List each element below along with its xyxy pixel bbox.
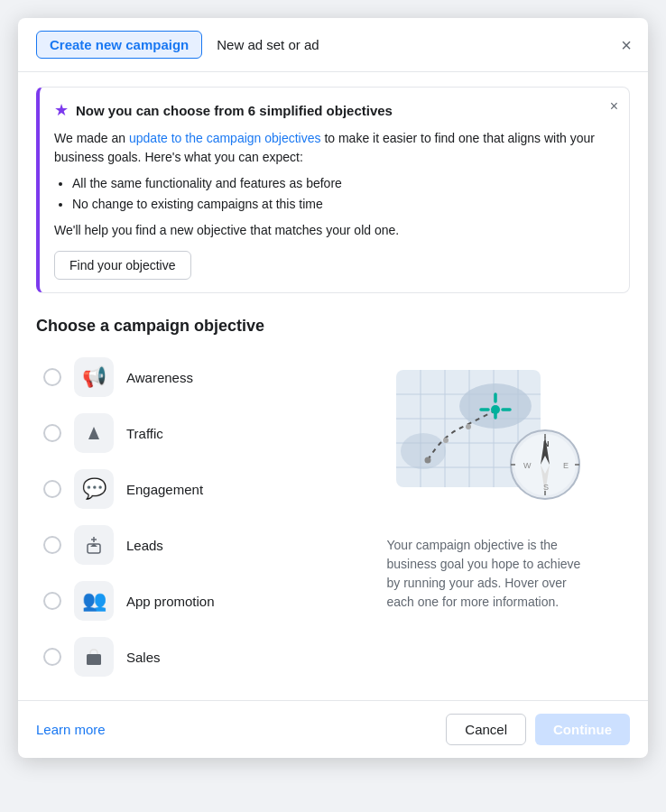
- banner-bullet-2: No change to existing campaigns at this …: [72, 195, 615, 214]
- app-promotion-icon: 👥: [74, 581, 114, 621]
- tab-create-campaign[interactable]: Create new campaign: [36, 31, 202, 59]
- objective-item-traffic[interactable]: Traffic: [36, 408, 333, 458]
- leads-icon: [74, 525, 114, 565]
- engagement-icon: 💬: [74, 469, 114, 509]
- tab-new-ad-set[interactable]: New ad set or ad: [217, 37, 319, 52]
- banner-footer-text: We'll help you find a new objective that…: [54, 221, 615, 240]
- radio-engagement[interactable]: [43, 480, 61, 498]
- svg-point-15: [491, 405, 500, 414]
- leads-label: Leads: [126, 538, 163, 553]
- objective-item-engagement[interactable]: 💬 Engagement: [36, 464, 333, 514]
- svg-text:S: S: [543, 483, 549, 492]
- banner-bullet-1: All the same functionality and features …: [72, 174, 615, 193]
- continue-button[interactable]: Continue: [535, 714, 630, 745]
- illustration-panel: N S W E Your campaign objective is the b…: [333, 352, 630, 682]
- awareness-icon: 📢: [74, 357, 114, 397]
- banner-link[interactable]: update to the campaign objectives: [129, 131, 320, 145]
- objective-item-sales[interactable]: Sales: [36, 632, 333, 682]
- radio-app-promotion[interactable]: [43, 592, 61, 610]
- find-objective-button[interactable]: Find your objective: [54, 251, 191, 280]
- banner-body: We made an update to the campaign object…: [54, 129, 615, 240]
- svg-text:N: N: [543, 439, 550, 448]
- radio-traffic[interactable]: [43, 424, 61, 442]
- objective-item-app-promotion[interactable]: 👥 App promotion: [36, 576, 333, 626]
- awareness-label: Awareness: [126, 370, 193, 385]
- modal-header: Create new campaign New ad set or ad ×: [18, 18, 648, 72]
- radio-awareness[interactable]: [43, 368, 61, 386]
- banner-header: ★ Now you can choose from 6 simplified o…: [54, 100, 615, 120]
- engagement-label: Engagement: [126, 482, 203, 497]
- svg-point-16: [424, 457, 430, 464]
- main-content: Choose a campaign objective 📢 Awareness: [18, 308, 648, 700]
- sales-label: Sales: [126, 650, 161, 665]
- banner-title: Now you can choose from 6 simplified obj…: [76, 103, 393, 118]
- svg-rect-2: [87, 654, 101, 665]
- modal-footer: Learn more Cancel Continue: [18, 700, 648, 758]
- campaign-illustration: N S W E: [378, 361, 595, 523]
- sales-icon: [74, 637, 114, 677]
- objectives-grid: 📢 Awareness Traffic 💬: [36, 352, 630, 682]
- section-title: Choose a campaign objective: [36, 317, 630, 336]
- svg-marker-0: [88, 427, 99, 439]
- traffic-icon: [74, 413, 114, 453]
- objectives-list: 📢 Awareness Traffic 💬: [36, 352, 333, 682]
- banner-bullets: All the same functionality and features …: [54, 174, 615, 214]
- svg-point-17: [443, 438, 449, 443]
- objective-item-awareness[interactable]: 📢 Awareness: [36, 352, 333, 402]
- svg-text:W: W: [523, 461, 532, 470]
- footer-buttons: Cancel Continue: [446, 714, 630, 745]
- traffic-label: Traffic: [126, 426, 163, 441]
- illustration-description: Your campaign objective is the business …: [387, 536, 586, 612]
- star-icon: ★: [54, 100, 69, 120]
- app-promotion-label: App promotion: [126, 594, 215, 609]
- svg-point-18: [466, 424, 471, 429]
- modal-container: Create new campaign New ad set or ad × ★…: [18, 18, 648, 758]
- learn-more-link[interactable]: Learn more: [36, 722, 106, 737]
- modal-close-button[interactable]: ×: [621, 36, 632, 54]
- info-banner: ★ Now you can choose from 6 simplified o…: [36, 87, 630, 293]
- objective-item-leads[interactable]: Leads: [36, 520, 333, 570]
- svg-text:E: E: [563, 461, 569, 470]
- radio-leads[interactable]: [43, 536, 61, 554]
- banner-close-button[interactable]: ×: [610, 98, 618, 115]
- cancel-button[interactable]: Cancel: [446, 714, 526, 745]
- banner-body-prefix: We made an: [54, 131, 129, 145]
- svg-point-14: [401, 433, 446, 469]
- radio-sales[interactable]: [43, 648, 61, 666]
